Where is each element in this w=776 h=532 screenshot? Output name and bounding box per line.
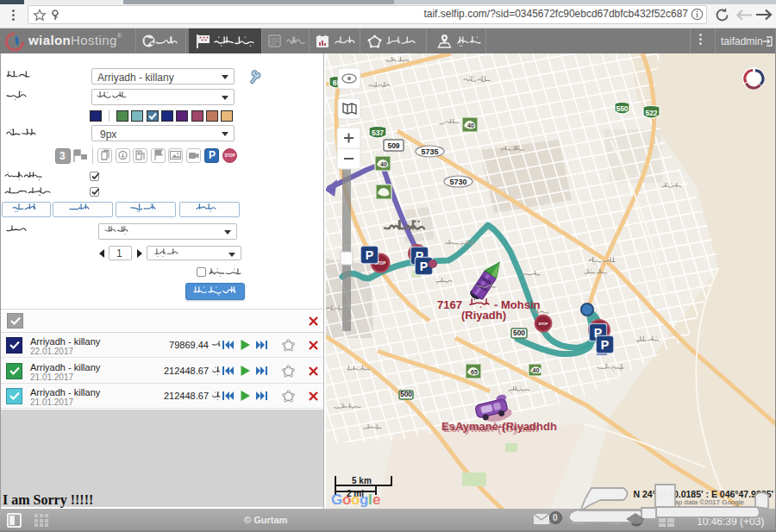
svg-text:7167: 7167 bbox=[437, 298, 462, 311]
svg-text:40: 40 bbox=[380, 161, 387, 167]
svg-text:o: o bbox=[351, 491, 360, 508]
svg-text:500: 500 bbox=[400, 390, 412, 398]
svg-text:o: o bbox=[342, 491, 351, 508]
svg-text:40: 40 bbox=[533, 367, 540, 373]
svg-text:550: 550 bbox=[616, 104, 628, 113]
svg-text:522: 522 bbox=[645, 109, 657, 117]
svg-text:509: 509 bbox=[387, 141, 399, 150]
svg-text:65: 65 bbox=[471, 369, 478, 375]
svg-text:STOP: STOP bbox=[538, 322, 548, 326]
svg-text:EsAyman-(Riyadh: EsAyman-(Riyadh bbox=[443, 422, 539, 435]
svg-text:G: G bbox=[331, 491, 342, 508]
svg-text:(Riyadh): (Riyadh) bbox=[461, 309, 506, 322]
svg-text:5730: 5730 bbox=[449, 178, 466, 186]
svg-text:e: e bbox=[372, 491, 380, 508]
svg-text:40: 40 bbox=[467, 122, 474, 128]
svg-text:5735: 5735 bbox=[421, 147, 438, 156]
svg-text:537: 537 bbox=[372, 128, 384, 137]
svg-text:P: P bbox=[366, 248, 374, 262]
svg-text:P: P bbox=[601, 338, 610, 352]
svg-text:5 km: 5 km bbox=[352, 476, 372, 485]
svg-text:500: 500 bbox=[513, 329, 525, 337]
svg-text:P: P bbox=[420, 260, 429, 273]
svg-text:g: g bbox=[360, 491, 368, 508]
